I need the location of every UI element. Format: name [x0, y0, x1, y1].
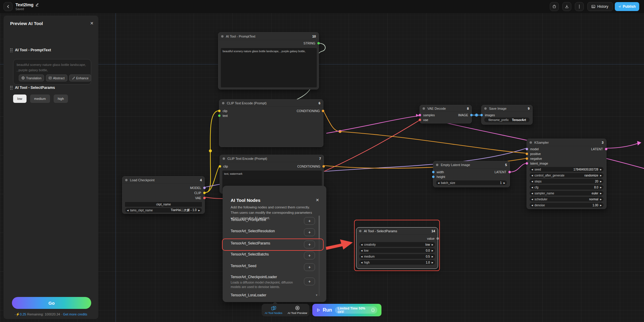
node-load-checkpoint[interactable]: Load Checkpoint 4 MODEL CLIP VAE ckpt_na…	[122, 176, 205, 214]
increment-arrow[interactable]: ▶	[600, 198, 602, 200]
seed-widget[interactable]: ◀ seed 178484935183728 ▶	[530, 167, 603, 172]
node-vae-decode[interactable]: VAE Decode 8 samples IMAGE vae	[420, 105, 472, 123]
add-node-button[interactable]: +	[304, 217, 315, 225]
tab-ai-tool-preview[interactable]: AI Tool Preview	[285, 304, 309, 316]
add-node-button[interactable]: +	[304, 278, 315, 285]
go-button[interactable]: Go	[12, 297, 91, 309]
increment-arrow[interactable]: ▶	[600, 168, 602, 171]
decrement-arrow[interactable]: ◀	[531, 204, 533, 206]
negative-input-port[interactable]	[526, 157, 528, 160]
collapse-dot[interactable]	[484, 107, 487, 110]
steps-widget[interactable]: ◀ steps 20 ▶	[530, 179, 603, 184]
decrement-arrow[interactable]: ◀	[531, 174, 533, 177]
close-icon[interactable]: ✕	[90, 21, 94, 26]
prompt-textarea[interactable]: beautiful scenery nature glass bottle la…	[221, 48, 317, 87]
collapse-dot[interactable]	[221, 35, 224, 38]
add-node-button[interactable]: +	[304, 263, 315, 271]
images-input-port[interactable]	[480, 114, 483, 116]
increment-arrow[interactable]: ▶	[600, 204, 602, 206]
enhance-button[interactable]: Enhance	[69, 75, 91, 81]
option-medium[interactable]: medium	[30, 95, 50, 103]
translation-button[interactable]: Translation	[19, 75, 44, 81]
cfg-widget[interactable]: ◀ cfg 8.0 ▶	[530, 185, 603, 190]
decrement-arrow[interactable]: ◀	[127, 209, 128, 211]
denoise-widget[interactable]: ◀ denoise 1.00 ▶	[530, 203, 603, 208]
vae-output-port[interactable]	[203, 197, 206, 199]
sampler-name-widget[interactable]: ◀ sampler_name euler ▶	[530, 191, 603, 196]
conditioning-output-port[interactable]	[322, 110, 324, 112]
abstract-button[interactable]: Abstract	[46, 75, 67, 81]
get-more-credits-link[interactable]: Get more credits	[63, 312, 87, 316]
decrement-arrow[interactable]: ◀	[531, 180, 533, 182]
drag-handle-icon[interactable]	[10, 48, 13, 52]
decrement-arrow[interactable]: ◀	[531, 168, 533, 171]
batch-size-widget[interactable]: ◀ batch_size 1 ▶	[436, 180, 507, 185]
collapse-dot[interactable]	[223, 157, 225, 160]
conditioning-output-port[interactable]	[322, 165, 325, 168]
collapse-dot[interactable]	[423, 107, 425, 110]
positive-input-port[interactable]	[526, 153, 528, 155]
option-high[interactable]: high	[54, 95, 68, 103]
edit-title-icon[interactable]	[35, 3, 39, 7]
publish-button[interactable]: Publish	[615, 2, 639, 11]
back-button[interactable]	[4, 2, 13, 11]
collapse-dot[interactable]	[530, 141, 532, 144]
archive-button[interactable]	[550, 2, 559, 11]
run-button[interactable]: Run Limited Time 50% OFF ?	[312, 304, 381, 316]
node-empty-latent-image[interactable]: Empty Latent Image 5 width LATENT height…	[433, 161, 510, 187]
model-input-port[interactable]	[526, 148, 528, 150]
clip-output-port[interactable]	[203, 192, 206, 194]
samples-input-port[interactable]	[419, 114, 421, 116]
filename-prefix-widget[interactable]: filename_prefix TensorArt	[484, 117, 530, 122]
increment-arrow[interactable]: ▶	[600, 186, 602, 188]
decrement-arrow[interactable]: ◀	[531, 192, 533, 194]
drag-handle-icon[interactable]	[10, 86, 13, 90]
more-options-button[interactable]	[575, 2, 584, 11]
model-output-port[interactable]	[203, 187, 206, 189]
clip-input-port[interactable]	[219, 165, 221, 168]
control-after-generate-widget[interactable]: ◀ control_after_generate randomize ▶	[530, 173, 603, 178]
clip-input-port[interactable]	[218, 110, 221, 112]
credits-line: -⚡0.25 Remaining: 100020.34 · Get more c…	[4, 312, 98, 316]
port-label-vae: vae	[423, 118, 428, 122]
add-node-button[interactable]: +	[304, 252, 315, 259]
image-output-port[interactable]	[470, 114, 473, 116]
increment-arrow[interactable]: ▶	[198, 209, 200, 211]
history-button[interactable]: History	[587, 2, 613, 11]
download-button[interactable]	[562, 2, 571, 11]
bag-icon	[552, 4, 556, 9]
modal-scrollbar-thumb[interactable]	[319, 216, 320, 239]
tab-ai-tool-nodes[interactable]: AI Tool Nodes	[262, 304, 285, 316]
latent-output-port[interactable]	[508, 171, 511, 173]
latent-output-port[interactable]	[605, 148, 607, 150]
ckpt-name-widget[interactable]: ckpt_name	[125, 202, 202, 207]
vae-input-port[interactable]	[419, 119, 421, 121]
close-icon[interactable]: ✕	[316, 198, 319, 202]
decrement-arrow[interactable]: ◀	[531, 198, 533, 200]
node-save-image[interactable]: Save Image 9 images filename_prefix Tens…	[481, 105, 533, 125]
increment-arrow[interactable]: ▶	[504, 182, 505, 184]
node-ksampler[interactable]: KSampler 3 model LATENT positive negativ…	[527, 139, 606, 209]
text-input-port[interactable]	[218, 114, 221, 117]
option-low[interactable]: low	[13, 95, 27, 103]
node-clip-text-encode-positive[interactable]: CLIP Text Encode (Prompt) 6 clip CONDITI…	[219, 99, 323, 147]
increment-arrow[interactable]: ▶	[600, 180, 602, 182]
add-node-button[interactable]: +	[304, 228, 315, 236]
string-output-port[interactable]	[317, 42, 320, 44]
collapse-dot[interactable]	[125, 179, 128, 181]
list-item[interactable]: TensorArt_LoraLoader	[231, 293, 317, 297]
decrement-arrow[interactable]: ◀	[531, 186, 533, 188]
question-circle-icon[interactable]: ?	[371, 308, 375, 312]
decrement-arrow[interactable]: ◀	[438, 182, 439, 184]
latent-image-input-port[interactable]	[526, 162, 528, 165]
collapse-dot[interactable]	[222, 102, 224, 104]
collapse-dot[interactable]	[436, 164, 438, 166]
preview-eye-icon	[295, 306, 300, 310]
node-ai-tool-prompttext[interactable]: AI Tool - PromptText 10 STRING beautiful…	[218, 32, 319, 89]
height-input-port[interactable]	[432, 176, 434, 178]
ckpt-selector-widget[interactable]: ◀ tams_ckpt_name TianHai二次媛 - 1.0 ▶	[125, 208, 202, 213]
width-input-port[interactable]	[432, 171, 434, 173]
increment-arrow[interactable]: ▶	[600, 192, 602, 194]
increment-arrow[interactable]: ▶	[600, 174, 602, 177]
scheduler-widget[interactable]: ◀ scheduler normal ▶	[530, 197, 603, 202]
